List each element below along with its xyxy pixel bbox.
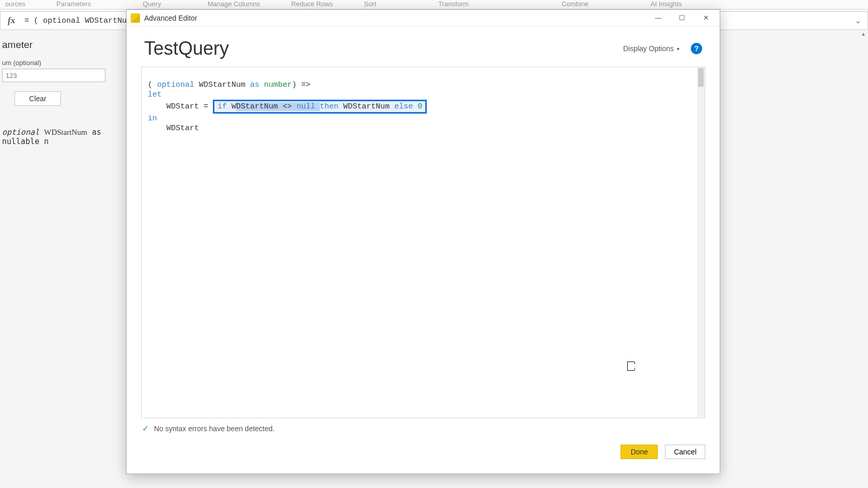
- query-name-heading: TestQuery: [144, 38, 623, 59]
- minimize-button[interactable]: —: [646, 10, 670, 26]
- ribbon-tabs: ources Parameters Query Manage Columns R…: [0, 0, 868, 9]
- ribbon-item[interactable]: ources: [5, 0, 25, 8]
- expand-chevron-icon[interactable]: ⌄: [855, 17, 861, 25]
- ribbon-item[interactable]: Query: [143, 0, 161, 8]
- ribbon-item[interactable]: Transform: [438, 0, 469, 8]
- titlebar: Advanced Editor — ☐ ✕: [127, 10, 720, 26]
- panel-heading: ameter: [2, 39, 122, 51]
- close-button[interactable]: ✕: [694, 10, 718, 26]
- parameter-input[interactable]: [2, 69, 105, 82]
- window-title: Advanced Editor: [144, 14, 646, 22]
- ribbon-item[interactable]: Manage Columns: [208, 0, 260, 8]
- ribbon-item[interactable]: AI Insights: [650, 0, 682, 8]
- field-label: um (optional): [2, 59, 122, 67]
- ribbon-item[interactable]: Combine: [562, 0, 588, 8]
- advanced-editor-dialog: Advanced Editor — ☐ ✕ TestQuery Display …: [126, 9, 720, 474]
- fx-icon[interactable]: fx: [8, 15, 15, 26]
- cancel-button[interactable]: Cancel: [665, 445, 705, 459]
- help-button[interactable]: ?: [691, 43, 702, 54]
- code-editor[interactable]: ( optional WDStartNum as number) => let …: [141, 67, 705, 418]
- vertical-scrollbar[interactable]: ▲: [860, 31, 867, 134]
- ribbon-item[interactable]: Parameters: [56, 0, 91, 8]
- dialog-footer: Done Cancel: [127, 435, 720, 474]
- status-row: ✓ No syntax errors have been detected.: [127, 418, 720, 435]
- display-options-dropdown[interactable]: Display Options ▾: [623, 44, 679, 53]
- checkmark-icon: ✓: [142, 423, 149, 433]
- maximize-button[interactable]: ☐: [670, 10, 694, 26]
- ribbon-item[interactable]: Sort: [364, 0, 376, 8]
- parameter-panel: ameter um (optional) Clear optional WDSt…: [0, 35, 124, 150]
- signature-text: optional WDStartNum as nullable n: [2, 128, 122, 146]
- app-icon: [131, 13, 140, 23]
- chevron-down-icon: ▾: [677, 46, 679, 52]
- clear-button[interactable]: Clear: [14, 91, 61, 106]
- editor-scrollbar[interactable]: [697, 67, 705, 418]
- status-text: No syntax errors have been detected.: [154, 424, 274, 433]
- done-button[interactable]: Done: [621, 445, 658, 459]
- text-cursor-icon: [627, 361, 634, 371]
- ribbon-item[interactable]: Reduce Rows: [291, 0, 333, 8]
- formula-text[interactable]: = ( optional WDStartNum a: [24, 17, 141, 25]
